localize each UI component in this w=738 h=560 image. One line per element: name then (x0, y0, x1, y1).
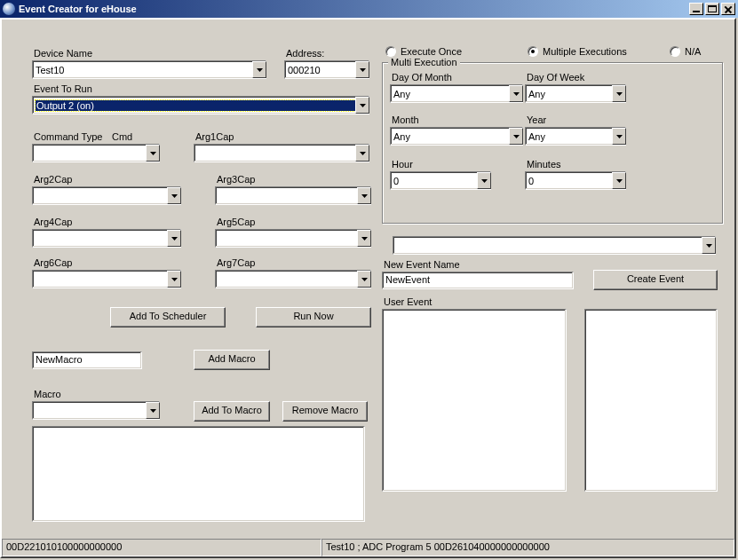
app-icon (3, 3, 15, 15)
macro-label: Macro (34, 389, 61, 399)
arg5-label: Arg5Cap (217, 217, 255, 227)
year-label: Year (527, 114, 546, 125)
address-label: Address: (286, 48, 324, 59)
chevron-down-icon (355, 145, 369, 162)
secondary-listbox[interactable] (584, 309, 718, 492)
chevron-down-icon (509, 85, 523, 102)
macro-listbox[interactable] (32, 426, 365, 522)
chevron-down-icon (357, 271, 371, 288)
chevron-down-icon (167, 230, 181, 247)
hour-combo[interactable]: 0 (390, 171, 491, 190)
arg1-label: Arg1Cap (195, 131, 234, 142)
address-combo[interactable]: 000210 (284, 60, 369, 79)
chevron-down-icon (702, 237, 716, 254)
minutes-label: Minutes (527, 159, 561, 170)
chevron-down-icon (167, 187, 181, 204)
status-left: 00D221010100000000000 (2, 539, 321, 556)
create-event-button[interactable]: Create Event (593, 270, 718, 290)
day-of-week-combo[interactable]: Any (525, 84, 626, 103)
user-event-listbox[interactable] (382, 309, 567, 492)
arg1-combo[interactable] (194, 144, 369, 162)
chevron-down-icon (357, 230, 371, 247)
chevron-down-icon (167, 271, 181, 288)
window-title: Event Creator for eHouse (19, 4, 689, 14)
arg5-combo[interactable] (215, 229, 371, 248)
chevron-down-icon (252, 61, 266, 78)
year-combo[interactable]: Any (525, 127, 626, 146)
chevron-down-icon (146, 402, 160, 419)
add-macro-button[interactable]: Add Macro (194, 350, 270, 370)
multi-execution-group: Multi Execution Day Of Month Any Day Of … (382, 62, 723, 224)
chevron-down-icon (357, 187, 371, 204)
extra-combo[interactable] (393, 236, 716, 255)
arg2-label: Arg2Cap (34, 174, 72, 185)
arg7-combo[interactable] (215, 270, 371, 288)
day-of-week-label: Day Of Week (527, 72, 584, 83)
user-event-label: User Event (384, 296, 432, 307)
close-button[interactable] (721, 3, 735, 15)
remove-macro-button[interactable]: Remove Macro (282, 401, 368, 422)
arg4-combo[interactable] (32, 229, 181, 248)
radio-icon (385, 46, 396, 57)
arg3-combo[interactable] (215, 186, 371, 205)
chevron-down-icon (355, 97, 369, 114)
status-right: Test10 ; ADC Program 5 00D26104000000000… (321, 539, 734, 556)
minimize-button[interactable] (689, 3, 703, 15)
maximize-button[interactable] (705, 3, 719, 15)
day-of-month-combo[interactable]: Any (390, 84, 523, 103)
macro-combo[interactable] (32, 401, 160, 420)
month-combo[interactable]: Any (390, 127, 523, 146)
chevron-down-icon (477, 172, 491, 189)
run-now-button[interactable]: Run Now (256, 307, 371, 327)
chevron-down-icon (612, 85, 626, 102)
status-bar: 00D221010100000000000 Test10 ; ADC Progr… (2, 539, 734, 556)
event-to-run-combo[interactable]: Output 2 (on) (32, 96, 369, 114)
device-name-combo[interactable]: Test10 (32, 60, 266, 79)
chevron-down-icon (612, 128, 626, 145)
minutes-combo[interactable]: 0 (525, 171, 626, 190)
new-event-name-label: New Event Name (384, 259, 460, 270)
title-bar: Event Creator for eHouse (0, 0, 738, 18)
arg7-label: Arg7Cap (217, 257, 255, 268)
na-radio[interactable]: N/A (670, 46, 701, 57)
add-to-macro-button[interactable]: Add To Macro (194, 401, 270, 422)
chevron-down-icon (612, 172, 626, 189)
month-label: Month (392, 114, 419, 125)
chevron-down-icon (509, 128, 523, 145)
device-name-label: Device Name (34, 48, 92, 59)
hour-label: Hour (392, 159, 413, 170)
radio-icon (670, 46, 680, 57)
radio-icon (528, 46, 538, 57)
chevron-down-icon (355, 61, 369, 78)
event-to-run-label: Event To Run (34, 83, 92, 94)
new-event-name-input[interactable]: NewEvent (382, 272, 574, 289)
arg2-combo[interactable] (32, 186, 181, 205)
execute-once-radio[interactable]: Execute Once (385, 46, 462, 57)
arg6-combo[interactable] (32, 270, 181, 288)
cmd-label: Cmd (112, 131, 132, 142)
new-macro-input[interactable]: NewMacro (32, 351, 142, 369)
multi-execution-legend: Multi Execution (388, 57, 460, 67)
chevron-down-icon (146, 145, 160, 162)
day-of-month-label: Day Of Month (392, 72, 452, 83)
add-to-scheduler-button[interactable]: Add To Scheduler (110, 307, 226, 327)
command-type-combo[interactable] (32, 144, 160, 162)
arg4-label: Arg4Cap (34, 217, 72, 227)
arg6-label: Arg6Cap (34, 257, 72, 268)
multiple-executions-radio[interactable]: Multiple Executions (528, 46, 627, 57)
arg3-label: Arg3Cap (217, 174, 255, 185)
command-type-label: Command Type (34, 131, 102, 142)
